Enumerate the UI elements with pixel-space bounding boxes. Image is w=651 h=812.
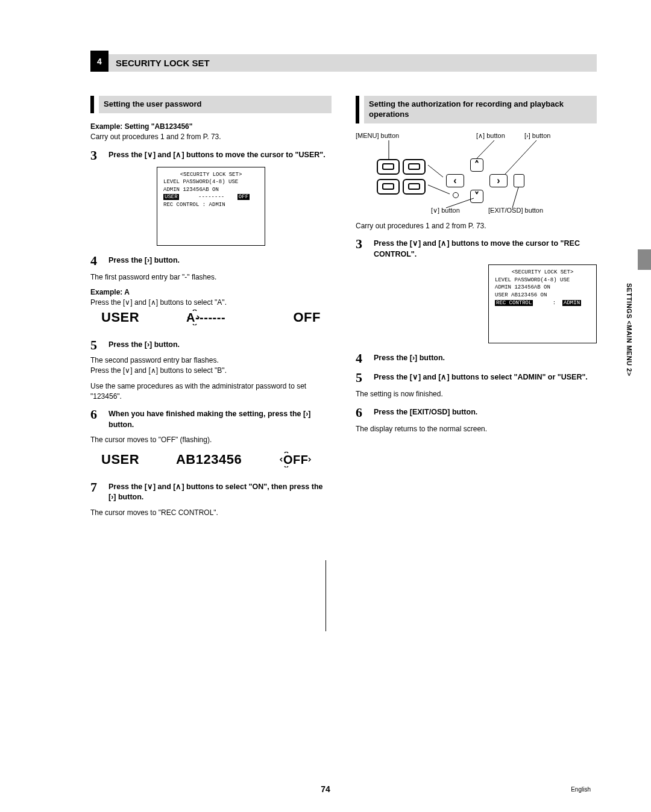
step-text: When you have finished making the settin…: [108, 408, 332, 430]
osd-cell: :: [553, 300, 556, 306]
button-diagram: [MENU] button [∧] button [›] button [∨] …: [356, 132, 597, 216]
step-number: 3: [90, 149, 101, 162]
step-body: Press the [∨] and [∧] buttons to select …: [90, 366, 332, 376]
display-row-1: USER A------- OFF: [90, 308, 332, 333]
right-column: Setting the authorization for recording …: [356, 96, 597, 523]
osd-cell: REC CONTROL: [495, 300, 533, 306]
side-label: SETTINGS <MAIN MENU 2>: [626, 283, 633, 376]
page-number: 74: [0, 784, 651, 794]
svg-text:A-------: A-------: [186, 311, 225, 324]
intro-text: Carry out procedures 1 and 2 from P. 73.: [356, 221, 597, 231]
step-number: 4: [90, 254, 101, 267]
osd-row-highlight: REC CONTROL : ADMIN: [495, 299, 590, 307]
step-body: Use the same procedures as with the admi…: [90, 381, 332, 402]
step-body: The first password entry bar "-" flashes…: [90, 272, 332, 283]
disp-cell-active: OFF: [278, 452, 321, 467]
osd-cell: ADMIN: [562, 300, 581, 306]
step-3: 3 Press the [∨] and [∧] buttons to move …: [356, 237, 597, 260]
step-text: Press the [EXIT/OSD] button.: [374, 406, 477, 419]
disp-cell: USER: [101, 452, 139, 467]
step-4: 4 Press the [›] button.: [90, 254, 332, 267]
osd-cell: OFF: [237, 194, 250, 200]
step-4: 4 Press the [›] button.: [356, 352, 597, 365]
step-body: The second password entry bar flashes.: [90, 355, 332, 366]
step-number: 5: [90, 339, 101, 352]
step-3: 3 Press the [∨] and [∧] buttons to move …: [90, 149, 332, 162]
column-divider: [326, 560, 326, 631]
svg-line-6: [512, 187, 518, 208]
step-number: 6: [356, 406, 366, 419]
disp-cell-active: A-------: [186, 310, 247, 325]
side-tab: [638, 249, 651, 270]
example-label: Example: Setting "AB123456": [90, 122, 332, 132]
osd-title: <SECURITY LOCK SET>: [495, 269, 590, 276]
svg-line-3: [477, 140, 494, 158]
section-header-label: Setting the user password: [99, 96, 332, 113]
intro-text: Carry out procedures 1 and 2 from P. 73.: [90, 132, 332, 142]
disp-cell: OFF: [294, 310, 321, 325]
section-header-left: Setting the user password: [90, 96, 332, 113]
step-text: Press the [∨] and [∧] buttons to select …: [374, 371, 588, 384]
osd-cell: USER: [163, 194, 179, 200]
display-row-2: USER AB123456 OFF: [90, 451, 332, 475]
section-header-right: Setting the authorization for recording …: [356, 96, 597, 123]
svg-line-4: [505, 140, 536, 174]
osd-display-2: <SECURITY LOCK SET> LEVEL PASSWORD(4-8) …: [488, 264, 597, 343]
step-number: 6: [90, 408, 101, 430]
svg-line-7: [428, 165, 443, 177]
osd-row: LEVEL PASSWORD(4-8) USE: [495, 276, 590, 284]
svg-text:OFF: OFF: [283, 453, 309, 466]
step-6: 6 When you have finished making the sett…: [90, 408, 332, 430]
step-body: The display returns to the normal screen…: [356, 424, 597, 434]
example-a-label: Example: A: [90, 287, 332, 298]
step-body: The setting is now finished.: [356, 389, 597, 399]
step-text: Press the [›] button.: [374, 352, 445, 365]
step-body: The cursor moves to "REC CONTROL".: [90, 508, 332, 518]
step-text: Press the [∨] and [∧] buttons to select …: [108, 481, 332, 503]
osd-row: ADMIN 123456AB ON: [163, 186, 259, 194]
language-label: English: [571, 786, 591, 793]
osd-cell: --------: [198, 194, 224, 200]
step-5: 5 Press the [∨] and [∧] buttons to selec…: [356, 371, 597, 384]
leader-lines: [356, 132, 597, 216]
svg-line-8: [428, 185, 450, 194]
title-text: SECURITY LOCK SET: [108, 54, 597, 72]
disp-cell: USER: [101, 310, 139, 325]
step-text: Press the [∨] and [∧] buttons to move th…: [108, 149, 326, 162]
step-body: The cursor moves to "OFF" (flashing).: [90, 435, 332, 445]
osd-row: ADMIN 123456AB ON: [495, 284, 590, 292]
accent-bar: [356, 96, 359, 123]
title-number: 4: [90, 51, 108, 72]
disp-cell: AB123456: [176, 452, 242, 467]
step-6: 6 Press the [EXIT/OSD] button.: [356, 406, 597, 419]
example-a-body: Press the [∨] and [∧] buttons to select …: [90, 298, 332, 308]
step-text: Press the [∨] and [∧] buttons to move th…: [374, 237, 597, 260]
svg-line-5: [446, 198, 474, 208]
step-text: Press the [›] button.: [108, 254, 180, 267]
title-bar: 4 SECURITY LOCK SET: [90, 54, 597, 72]
step-5: 5 Press the [›] button.: [90, 339, 332, 352]
osd-display-1: <SECURITY LOCK SET> LEVEL PASSWORD(4-8) …: [157, 167, 265, 246]
accent-bar: [90, 96, 94, 113]
step-text: Press the [›] button.: [108, 339, 180, 352]
osd-title: <SECURITY LOCK SET>: [163, 171, 259, 179]
step-number: 5: [356, 371, 366, 384]
section-header-label: Setting the authorization for recording …: [364, 96, 597, 123]
step-number: 7: [90, 481, 101, 503]
step-number: 3: [356, 237, 366, 260]
osd-row: REC CONTROL : ADMIN: [163, 201, 259, 209]
osd-row: USER AB123456 ON: [495, 292, 590, 299]
osd-row-highlight: USER -------- OFF: [163, 193, 259, 201]
step-number: 4: [356, 352, 366, 365]
osd-row: LEVEL PASSWORD(4-8) USE: [163, 178, 259, 186]
left-column: Setting the user password Example: Setti…: [90, 96, 332, 523]
step-7: 7 Press the [∨] and [∧] buttons to selec…: [90, 481, 332, 503]
